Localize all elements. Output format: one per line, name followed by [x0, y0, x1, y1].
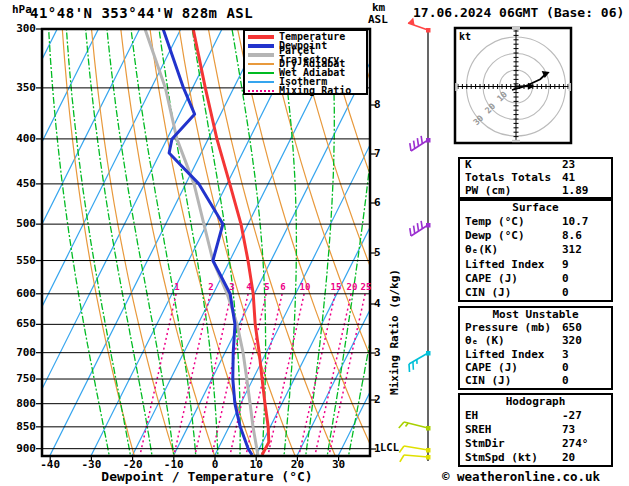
- legend-item: Mixing Ratio: [248, 86, 366, 95]
- stats-label: SREH: [465, 424, 611, 436]
- legend-swatch: [248, 63, 274, 65]
- pressure-tick-label: 500: [10, 217, 36, 230]
- stats-label: Temp (°C): [465, 216, 611, 228]
- stats-row: Pressure (mb)650: [465, 322, 611, 334]
- altitude-axis-unit-asl: ASL: [368, 13, 388, 26]
- lcl-marker-label: LCL: [380, 441, 399, 453]
- altitude-tick-label: 6: [374, 196, 381, 209]
- parcel-trajectory-curve: [145, 29, 258, 455]
- stats-table: SurfaceTemp (°C)10.7Dewp (°C)8.6θₑ(K)312…: [458, 199, 613, 302]
- stats-label: StmSpd (kt): [465, 452, 611, 464]
- stats-label: K: [465, 159, 611, 171]
- stats-label: θₑ (K): [465, 335, 611, 347]
- altitude-tick-label: 7: [374, 147, 381, 160]
- wind-barb: [399, 446, 430, 453]
- stats-value: 0: [562, 375, 569, 387]
- hodograph-panel: 102030: [455, 27, 571, 143]
- stats-row: Temp (°C)10.7: [465, 216, 611, 228]
- stats-label: Totals Totals: [465, 172, 611, 184]
- stats-row: EH-27: [465, 410, 611, 422]
- stats-value: 0: [562, 287, 569, 299]
- pressure-tick-label: 400: [10, 132, 36, 145]
- altitude-tick-label: 2: [374, 393, 381, 406]
- stats-table-title: Hodograph: [465, 396, 611, 408]
- legend-swatch: [248, 90, 274, 92]
- pressure-tick-label: 650: [10, 317, 36, 330]
- stats-row: θₑ (K)320: [465, 335, 611, 347]
- stats-row: StmDir274°: [465, 438, 611, 450]
- mixing-ratio-value-label: 1: [168, 282, 186, 292]
- stats-label: CIN (J): [465, 287, 611, 299]
- stats-row: CAPE (J)0: [465, 362, 611, 374]
- pressure-axis-unit: hPa: [12, 3, 32, 16]
- stats-table: HodographEH-27SREH73StmDir274°StmSpd (kt…: [458, 393, 613, 467]
- stats-value: 1.89: [562, 185, 589, 197]
- datetime-label: 17.06.2024 06GMT (Base: 06): [413, 5, 624, 20]
- stats-label: StmDir: [465, 438, 611, 450]
- stats-row: CIN (J)0: [465, 375, 611, 387]
- hodograph-axis-notch: [569, 83, 571, 91]
- stats-value: 10.7: [562, 216, 589, 228]
- stats-table-title: Most Unstable: [465, 309, 611, 321]
- legend-swatch: [248, 44, 274, 48]
- stats-label: Dewp (°C): [465, 230, 611, 242]
- stats-value: 0: [562, 273, 569, 285]
- stats-label: CAPE (J): [465, 273, 611, 285]
- wind-barb: [399, 422, 431, 431]
- pressure-tick-label: 550: [10, 254, 36, 267]
- altitude-tick-label: 8: [374, 98, 381, 111]
- wind-barb: [410, 136, 431, 151]
- mixing-ratio-axis-label: Mixing Ratio (g/kg): [388, 269, 401, 395]
- mixing-ratio-line: [246, 294, 282, 454]
- stats-row: CIN (J)0: [465, 287, 611, 299]
- pressure-tick-label: 800: [10, 397, 36, 410]
- stats-value: 20: [562, 452, 575, 464]
- mixing-ratio-value-label: 25: [357, 282, 375, 292]
- pressure-tick-label: 850: [10, 420, 36, 433]
- stats-value: 0: [562, 362, 569, 374]
- stats-row: Dewp (°C)8.6: [465, 230, 611, 242]
- mixing-ratio-value-label: 3: [223, 282, 241, 292]
- stats-row: K23: [465, 159, 611, 171]
- pressure-tick-label: 900: [10, 442, 36, 455]
- temperature-tick-label: -20: [115, 458, 151, 471]
- pressure-tick-label: 750: [10, 372, 36, 385]
- altitude-tick-label: 1: [374, 442, 381, 455]
- temperature-tick-label: 20: [279, 458, 315, 471]
- mixing-ratio-value-label: 6: [274, 282, 292, 292]
- mixing-ratio-line: [329, 294, 365, 454]
- stats-row: θₑ(K)312: [465, 244, 611, 256]
- hodograph-axis-notch: [512, 27, 520, 29]
- stats-table: Most UnstablePressure (mb)650θₑ (K)320Li…: [458, 306, 613, 390]
- mixing-ratio-value-label: 2: [202, 282, 220, 292]
- stats-value: 23: [562, 159, 575, 171]
- stats-value: 3: [562, 349, 569, 361]
- pressure-tick-label: 450: [10, 177, 36, 190]
- altitude-tick-label: 5: [374, 246, 381, 259]
- stats-value: 41: [562, 172, 575, 184]
- stats-label: CAPE (J): [465, 362, 611, 374]
- pressure-tick-label: 600: [10, 287, 36, 300]
- altitude-tick-label: 4: [374, 297, 381, 310]
- pressure-tick-label: 300: [10, 22, 36, 35]
- stats-label: Pressure (mb): [465, 322, 611, 334]
- stats-value: 9: [562, 259, 569, 271]
- hodograph-unit-label: kt: [459, 31, 471, 42]
- stats-label: Lifted Index: [465, 259, 611, 271]
- temperature-axis-label: Dewpoint / Temperature (°C): [42, 469, 372, 484]
- legend-swatch: [248, 53, 274, 57]
- wind-barb: [400, 455, 431, 462]
- stats-table-title: Surface: [465, 202, 611, 214]
- wind-barb: [409, 351, 431, 372]
- mixing-ratio-value-label: 10: [296, 282, 314, 292]
- stats-row: StmSpd (kt)20: [465, 452, 611, 464]
- legend: TemperatureDewpointParcel TrajectoryDry …: [243, 29, 368, 95]
- temperature-tick-label: -30: [73, 458, 109, 471]
- legend-label: Mixing Ratio: [279, 86, 351, 95]
- temperature-tick-label: 10: [238, 458, 274, 471]
- legend-swatch: [248, 72, 274, 74]
- stats-row: Totals Totals41: [465, 172, 611, 184]
- mixing-ratio-line: [174, 294, 210, 454]
- stats-value: 320: [562, 335, 582, 347]
- skewt-sounding-chart: 102030 hPa 41°48'N 353°44'W 828m ASL km …: [0, 0, 629, 486]
